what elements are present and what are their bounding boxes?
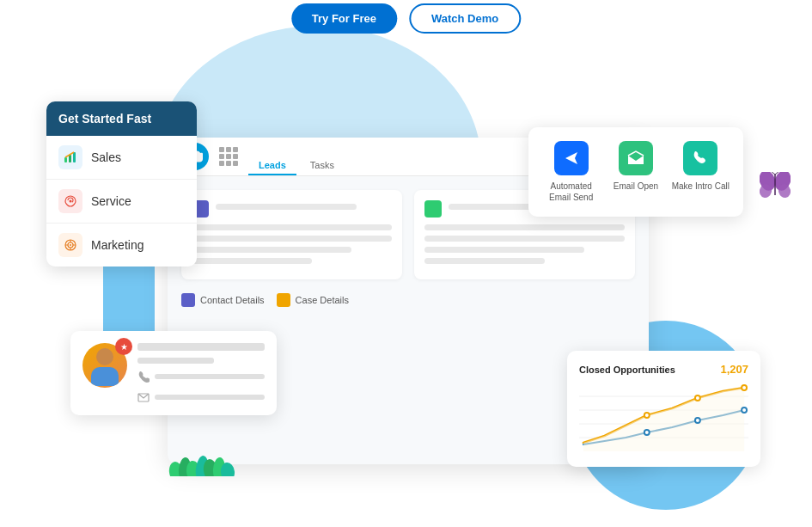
workflow-step-email-open: Email Open (607, 141, 664, 203)
case-details-label: Case Details (296, 295, 349, 305)
tab-bar: Leads Tasks (248, 138, 345, 175)
content-block-left (181, 190, 402, 279)
menu-item-service[interactable]: Service (46, 180, 197, 224)
svg-point-20 (742, 385, 747, 390)
contact-details-icon (181, 293, 195, 307)
try-free-button[interactable]: Try For Free (291, 3, 397, 34)
phone-icon (137, 371, 150, 383)
line-short-1 (192, 258, 312, 264)
chart-svg (579, 383, 748, 451)
chart-value: 1,207 (720, 363, 748, 376)
service-icon-box (58, 189, 82, 213)
svg-rect-0 (64, 157, 67, 162)
watch-demo-button[interactable]: Watch Demo (409, 3, 521, 34)
star-badge: ★ (115, 338, 132, 355)
line-medium-2 (192, 247, 351, 253)
sales-icon (64, 150, 77, 164)
marketing-label: Marketing (91, 238, 143, 252)
chart-header: Closed Opportunities 1,207 (579, 363, 748, 376)
contact-info (137, 343, 265, 403)
contact-phone-row (137, 371, 265, 383)
get-started-header: Get Started Fast (46, 101, 197, 136)
svg-rect-1 (69, 155, 71, 162)
grid-icon[interactable] (219, 147, 238, 166)
svg-marker-17 (583, 388, 744, 451)
block-header-left (192, 200, 392, 218)
contact-card: ★ (70, 331, 277, 415)
avatar-body (91, 367, 119, 386)
svg-point-21 (644, 430, 650, 435)
email-icon (137, 391, 150, 403)
contact-email-row (137, 391, 265, 403)
butterfly (760, 172, 791, 198)
grass-decoration (168, 450, 236, 480)
menu-item-sales[interactable]: Sales (46, 136, 197, 180)
intro-call-label: Make Intro Call (672, 181, 730, 192)
svg-point-3 (70, 200, 72, 203)
block-icon-right (424, 200, 442, 218)
service-label: Service (91, 194, 131, 208)
case-details-tag: Case Details (277, 293, 349, 307)
workflow-step-intro-call: Make Intro Call (672, 141, 730, 203)
line-full-3 (424, 224, 625, 230)
chart-card: Closed Opportunities 1,207 (567, 351, 760, 467)
svg-point-23 (742, 408, 747, 413)
workflow-step-email-send: Automated Email Send (542, 141, 600, 203)
line-short-2 (424, 258, 545, 264)
email-line (155, 395, 265, 400)
sales-label: Sales (91, 150, 121, 164)
case-details-icon (277, 293, 290, 307)
svg-marker-11 (565, 152, 577, 164)
svg-point-6 (70, 244, 71, 246)
tab-tasks[interactable]: Tasks (300, 156, 345, 175)
svg-rect-2 (73, 152, 76, 162)
contact-details-tag: Contact Details (181, 293, 265, 307)
svg-point-18 (644, 413, 650, 418)
marketing-icon (64, 238, 77, 252)
get-started-panel: Get Started Fast Sales Service (46, 101, 197, 267)
phone-line (155, 374, 265, 379)
email-send-label: Automated Email Send (542, 181, 600, 203)
contact-lines (137, 343, 265, 364)
intro-call-icon (683, 141, 717, 175)
avatar-head (96, 348, 113, 365)
svg-point-22 (695, 418, 700, 423)
contact-sub-line (137, 358, 214, 364)
marketing-icon-box (58, 233, 82, 257)
contact-details-label: Contact Details (200, 295, 265, 305)
line-medium-1 (216, 204, 357, 210)
email-open-icon (619, 141, 653, 175)
svg-point-19 (695, 395, 700, 401)
top-buttons: Try For Free Watch Demo (291, 0, 521, 34)
email-open-label: Email Open (614, 181, 658, 192)
sales-icon-box (58, 145, 82, 169)
chart-title: Closed Opportunities (579, 365, 675, 375)
line-full-1 (192, 224, 392, 230)
line-full-2 (192, 236, 392, 242)
email-send-icon (554, 141, 589, 175)
tab-leads[interactable]: Leads (248, 156, 296, 175)
workflow-card: Automated Email Send Email Open Make Int… (528, 127, 743, 217)
line-full-4 (424, 236, 625, 242)
menu-item-marketing[interactable]: Marketing (46, 224, 197, 267)
service-icon (64, 194, 77, 208)
avatar-container: ★ (82, 343, 127, 388)
contact-name-line (137, 343, 265, 351)
contact-actions (137, 371, 265, 403)
browser-bottom: Contact Details Case Details (168, 293, 649, 317)
line-medium-4 (424, 247, 584, 253)
